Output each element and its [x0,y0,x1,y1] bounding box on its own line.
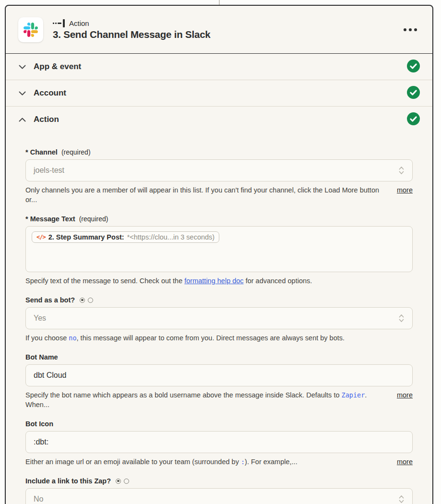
radio-unselected-icon[interactable] [88,298,93,303]
chevron-down-icon [18,65,26,69]
include-zap-link-value: No [34,495,398,504]
success-check-icon [407,86,420,101]
message-text-input[interactable]: </> 2. Step Summary Post: *<https://clou… [25,226,413,272]
section-label: Account [34,88,399,98]
chevron-down-icon [18,91,26,96]
bot-icon-input[interactable] [25,431,413,453]
send-as-bot-value: Yes [34,314,398,323]
slack-logo [18,17,43,42]
action-form: * Channel (required) joels-test Only cha… [6,132,432,504]
step-header: Action 3. Send Channel Message in Slack [6,6,432,54]
step-title: 3. Send Channel Message in Slack [53,29,391,40]
channel-select-value: joels-test [34,166,398,175]
include-zap-link-select[interactable]: No [25,488,413,504]
section-app-event[interactable]: App & event [6,54,432,80]
more-link[interactable]: more [397,391,413,399]
field-message-text: * Message Text (required) </> 2. Step Su… [25,215,413,286]
bot-icon-help: Either an image url or an emoji availabl… [25,457,413,467]
more-link[interactable]: more [397,186,413,194]
radio-unselected-icon[interactable] [124,479,129,484]
message-text-label: * Message Text (required) [25,215,413,223]
step-menu-button[interactable] [401,24,420,35]
field-bot-name: Bot Name Specify the bot name which appe… [25,353,413,409]
bot-name-input[interactable] [25,364,413,386]
field-send-as-bot: Send as a bot? Yes If you choose no, thi… [25,296,413,343]
send-as-bot-label: Send as a bot? [25,296,413,304]
radio-selected-icon[interactable] [80,298,85,303]
formatting-help-doc-link[interactable]: formatting help doc [184,277,243,285]
section-action[interactable]: Action [6,107,432,132]
more-link[interactable]: more [397,458,413,466]
radio-selected-icon[interactable] [116,479,121,484]
action-step-icon [53,19,65,27]
section-account[interactable]: Account [6,80,432,107]
bot-name-help: Specify the bot name which appears as a … [25,390,413,409]
send-as-bot-help: If you choose no, this message will appe… [25,333,413,343]
select-stepper-icon [398,494,405,504]
field-include-zap-link: Include a link to this Zap? No If you ch… [25,477,413,504]
channel-select[interactable]: joels-test [25,159,413,181]
channel-label: * Channel (required) [25,148,413,156]
select-stepper-icon [398,166,405,175]
include-zap-link-radio-group[interactable] [116,479,129,484]
field-bot-icon: Bot Icon Either an image url or an emoji… [25,420,413,467]
action-step-panel: Action 3. Send Channel Message in Slack … [5,5,433,504]
field-channel: * Channel (required) joels-test Only cha… [25,148,413,204]
message-text-help: Specify text of the message to send. Che… [25,276,413,286]
channel-help: Only channels you are a member of will a… [25,185,413,204]
bot-name-label: Bot Name [25,353,413,361]
bot-icon-label: Bot Icon [25,420,413,428]
send-as-bot-select[interactable]: Yes [25,307,413,329]
chevron-up-icon [18,118,26,122]
section-label: Action [34,115,399,124]
success-check-icon [407,112,420,127]
step-type-label: Action [69,19,89,27]
code-icon: </> [36,234,46,240]
section-label: App & event [34,62,399,72]
send-as-bot-radio-group[interactable] [80,298,93,303]
mapped-field-chip[interactable]: </> 2. Step Summary Post: *<https://clou… [32,231,219,243]
success-check-icon [407,60,420,74]
select-stepper-icon [398,313,405,323]
include-zap-link-label: Include a link to this Zap? [25,477,413,485]
